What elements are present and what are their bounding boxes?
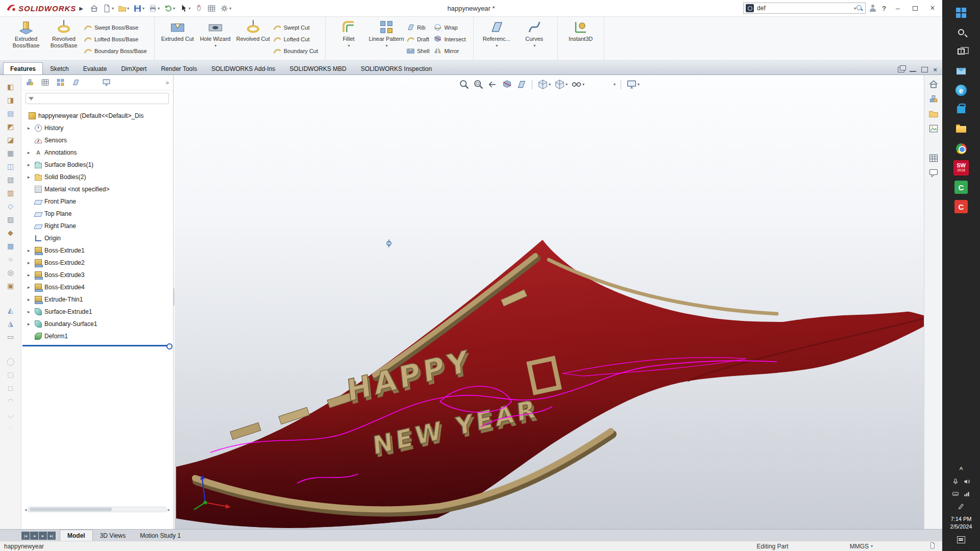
tree-item-right-plane[interactable]: Right Plane <box>21 220 173 232</box>
reference-geometry-button[interactable]: Referenc...▾ <box>478 18 516 49</box>
dimxpert-manager-tab-icon[interactable] <box>71 78 80 87</box>
caret-icon[interactable]: ▾ <box>188 6 190 11</box>
table-button[interactable] <box>206 3 217 14</box>
file-explorer-button[interactable] <box>949 119 973 139</box>
zoom-to-area-button[interactable] <box>473 79 484 90</box>
display-manager-tab-icon[interactable] <box>87 78 95 87</box>
appearances-icon[interactable] <box>928 138 939 148</box>
fillet-button[interactable]: Fillet▾ <box>330 18 368 49</box>
caret-icon[interactable]: ▾ <box>496 42 498 49</box>
status-tag-icon[interactable] <box>929 542 936 550</box>
tab-dimxpert[interactable]: DimXpert <box>114 62 154 74</box>
store-app-button[interactable] <box>949 100 973 119</box>
draft-button[interactable]: Draft <box>406 33 432 45</box>
caret-icon[interactable]: ▾ <box>566 82 568 87</box>
left-toolbar-icon[interactable]: ◠ <box>5 394 17 408</box>
tab-features[interactable]: Features <box>3 62 43 74</box>
red-c-app-button[interactable]: C <box>949 197 973 216</box>
section-view-button[interactable] <box>502 79 512 90</box>
left-toolbar-icon[interactable]: ◯ <box>5 355 17 368</box>
solidworks-2018-button[interactable]: SW2018 <box>949 158 973 178</box>
revolved-boss-button[interactable]: Revolved Boss/Base <box>45 18 83 49</box>
model-3d-render[interactable]: HAPPY HAPPY NEW YEAR NEW YEAR <box>175 75 924 529</box>
camtasia-app-button[interactable]: C <box>949 178 973 197</box>
previous-view-button[interactable] <box>487 79 498 90</box>
left-toolbar-icon[interactable]: ◆ <box>5 226 17 239</box>
taskbar-search-button[interactable] <box>949 22 973 42</box>
menu-expand-arrow-icon[interactable]: ▶ <box>79 6 83 11</box>
tab-evaluate[interactable]: Evaluate <box>76 62 114 74</box>
hidden-icons-chevron[interactable]: ^ <box>959 466 963 473</box>
left-toolbar-icon[interactable]: ◩ <box>5 120 17 133</box>
print-button[interactable]: ▾ <box>147 3 161 14</box>
next-tab-button[interactable]: ▸ <box>39 532 47 540</box>
tree-item-solid-bodies[interactable]: ▸Solid Bodies(2) <box>21 171 173 183</box>
last-tab-button[interactable]: ▸| <box>47 532 56 540</box>
scrollbar-track[interactable] <box>28 507 167 512</box>
tab-render-tools[interactable]: Render Tools <box>154 62 204 74</box>
tree-item-boss-extrude2[interactable]: ▸Boss-Extrude2 <box>21 257 173 269</box>
rib-button[interactable]: Rib <box>406 21 432 33</box>
expand-arrow-icon[interactable]: ▸ <box>28 162 35 167</box>
scroll-left-icon[interactable]: ◂ <box>24 507 27 512</box>
close-button[interactable]: × <box>925 2 940 14</box>
view-settings-button[interactable]: ▾ <box>626 79 640 90</box>
mirror-button[interactable]: Mirror <box>433 45 469 57</box>
tree-item-top-plane[interactable]: Top Plane <box>21 208 173 220</box>
lofted-cut-button[interactable]: Lofted Cut <box>273 33 321 45</box>
search-box[interactable]: ▾ <box>743 3 866 14</box>
left-toolbar-icon[interactable]: ▩ <box>5 239 17 253</box>
document-minimize-icon[interactable] <box>910 68 916 72</box>
save-button[interactable]: ▾ <box>132 3 146 14</box>
left-toolbar-icon[interactable]: ▦ <box>5 146 17 160</box>
wrap-button[interactable]: Wrap <box>433 21 469 33</box>
first-tab-button[interactable]: |◂ <box>21 532 30 540</box>
left-toolbar-icon[interactable]: ◡ <box>5 408 17 421</box>
caret-icon[interactable]: ▾ <box>173 6 175 11</box>
expand-arrow-icon[interactable]: ▸ <box>28 150 35 155</box>
caret-icon[interactable]: ▾ <box>638 82 640 87</box>
pen-input-icon[interactable] <box>958 503 965 510</box>
open-button[interactable]: ▾ <box>116 3 131 14</box>
apply-scene-button[interactable]: ▾ <box>602 79 616 90</box>
view-orientation-button[interactable]: ▾ <box>537 79 551 90</box>
custom-properties-icon[interactable] <box>928 153 939 163</box>
left-toolbar-icon[interactable]: ◪ <box>5 133 17 146</box>
tree-horizontal-scrollbar[interactable]: ◂ ▸ <box>24 506 170 513</box>
left-toolbar-icon[interactable]: ◫ <box>5 160 17 173</box>
tree-item-annotations[interactable]: ▸AAnnotations <box>21 146 173 159</box>
tab-motion-study[interactable]: Motion Study 1 <box>133 530 188 541</box>
taskbar-clock[interactable]: 7:14 PM 2/5/2024 <box>950 515 972 531</box>
extruded-cut-button[interactable]: Extruded Cut <box>159 18 197 42</box>
feature-manager-tree-tab-icon[interactable] <box>26 78 34 87</box>
edit-appearance-button[interactable] <box>588 79 599 90</box>
caret-icon[interactable]: ▾ <box>158 6 160 11</box>
left-toolbar-icon[interactable]: ◇ <box>5 199 17 213</box>
extruded-boss-button[interactable]: Extruded Boss/Base <box>7 18 45 49</box>
search-scope-icon[interactable] <box>746 4 754 12</box>
select-button[interactable]: ▾ <box>178 3 192 14</box>
dynamic-annotation-button[interactable] <box>516 79 527 90</box>
panel-expand-icon[interactable]: > <box>166 80 169 86</box>
home-tab-icon[interactable] <box>928 79 939 89</box>
new-document-button[interactable]: ▾ <box>101 3 115 14</box>
hole-wizard-button[interactable]: Hole Wizard▾ <box>197 18 234 49</box>
tree-item-surface-extrude1[interactable]: ▸Surface-Extrude1 <box>21 306 173 318</box>
tree-item-boundary-surface1[interactable]: ▸Boundary-Surface1 <box>21 318 173 330</box>
zoom-to-fit-button[interactable] <box>459 79 470 90</box>
caret-icon[interactable]: ▾ <box>871 544 873 548</box>
caret-icon[interactable]: ▾ <box>142 6 144 11</box>
tree-item-boss-extrude4[interactable]: ▸Boss-Extrude4 <box>21 281 173 293</box>
view-palette-icon[interactable] <box>928 123 939 134</box>
linear-pattern-button[interactable]: Linear Pattern▾ <box>368 18 405 49</box>
tree-item-deform1[interactable]: Deform1 <box>21 330 173 342</box>
microphone-icon[interactable] <box>952 478 959 485</box>
start-button[interactable] <box>949 3 973 22</box>
tree-item-origin[interactable]: Origin <box>21 232 173 244</box>
left-toolbar-icon[interactable]: ▤ <box>5 107 17 120</box>
undo-button[interactable]: ▾ <box>162 3 177 14</box>
left-toolbar-icon[interactable]: ○ <box>5 253 17 266</box>
expand-arrow-icon[interactable]: ▸ <box>28 174 35 180</box>
volume-icon[interactable] <box>963 478 970 485</box>
left-toolbar-icon[interactable]: ▧ <box>5 173 17 186</box>
